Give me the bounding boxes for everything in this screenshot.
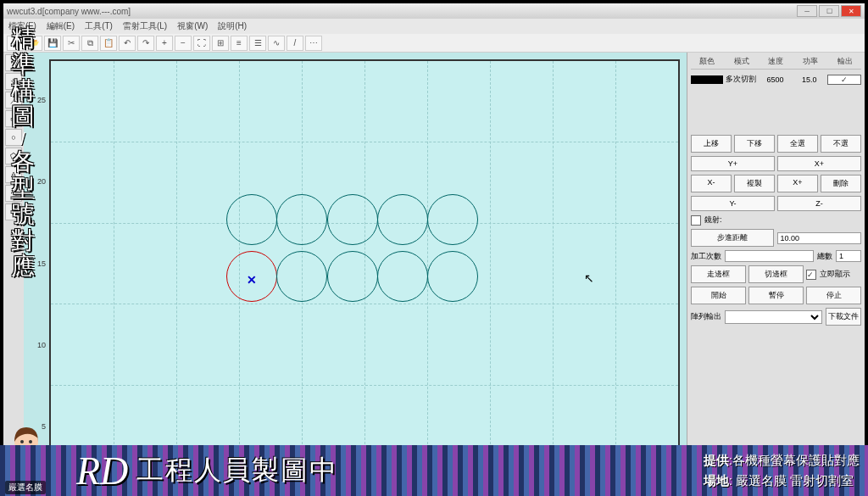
cursor-icon: ↖ [584,271,594,285]
menu-help[interactable]: 說明(H) [218,20,247,32]
undo-icon[interactable]: ↶ [119,36,136,51]
y-minus-button[interactable]: Y- [691,196,775,211]
color-swatch[interactable] [691,75,723,84]
zoom-out-icon[interactable]: − [175,36,192,51]
menubar: 檔案(F) 編輯(E) 工具(T) 雷射工具(L) 視窗(W) 說明(H) [3,19,865,34]
center-mark-icon: ✕ [247,273,257,287]
start-button[interactable]: 開始 [691,287,746,304]
download-button[interactable]: 下載文件 [826,308,861,326]
circle-shape[interactable] [226,194,277,245]
circle-shape[interactable] [427,251,478,302]
select-none-button[interactable]: 不選 [821,135,861,153]
count-label: 總數 [817,251,832,262]
move-up-button[interactable]: 上移 [691,135,732,153]
count-input[interactable] [836,250,861,262]
x-plus-button[interactable]: X+ [777,156,861,171]
mirror-checkbox[interactable] [691,215,701,226]
move-down-button[interactable]: 下移 [734,135,775,153]
instant-checkbox[interactable] [806,270,816,280]
menu-laser[interactable]: 雷射工具(L) [123,20,167,32]
rd-logo-text: RD [76,449,128,493]
main-caption: 工程人員製圖中 [136,452,338,489]
paste-icon[interactable]: 📋 [100,36,117,51]
delete-button[interactable]: 刪除 [821,175,861,192]
copy-icon[interactable]: ⧉ [81,36,98,51]
canvas-area[interactable]: 25 20 15 10 5 5 10 15 20 25 30 35 40 45 … [24,53,687,493]
circle-shape[interactable] [276,251,327,302]
circle-shape[interactable] [377,194,428,245]
copy-button[interactable]: 複製 [734,175,775,192]
svg-point-2 [29,440,32,443]
minimize-button[interactable]: ─ [797,5,817,17]
stop-button[interactable]: 停止 [806,287,861,304]
redo-icon[interactable]: ↷ [137,36,154,51]
align-left-icon[interactable]: ≡ [231,36,248,51]
cut-icon[interactable]: ✂ [63,36,80,51]
x-plus-button-2[interactable]: X+ [777,175,818,192]
more-icon[interactable]: ⋯ [305,36,322,51]
y-plus-button[interactable]: Y+ [691,156,775,171]
frame-walk-button[interactable]: 走邊框 [691,265,746,283]
zoom-fit-icon[interactable]: ⛶ [193,36,210,51]
circle-shape[interactable] [327,194,378,245]
processing-label: 加工次數 [691,251,721,262]
toolbar: ▢ 📂 💾 ✂ ⧉ 📋 ↶ ↷ + − ⛶ ⊞ ≡ ☰ ∿ / ⋯ [3,34,865,53]
titlebar: wwcut3.d[company www.---.com] ─ ☐ ✕ [3,3,865,19]
pause-button[interactable]: 暫停 [748,287,804,304]
z-minus-button[interactable]: Z- [777,196,861,211]
brand-logo: 嚴選名膜 [5,481,46,494]
close-button[interactable]: ✕ [841,5,861,17]
layer-table-header: 顏色模式 速度功率 輸出 [691,56,861,70]
frame-cut-button[interactable]: 切邊框 [748,265,804,283]
circle-shape[interactable] [427,194,478,245]
menu-tools[interactable]: 工具(T) [85,20,113,32]
window-title: wwcut3.d[company www.---.com] [7,7,131,16]
array-label: 陣列輸出 [691,311,721,322]
circle-shape[interactable] [276,194,327,245]
menu-edit[interactable]: 編輯(E) [47,20,75,32]
output-checkbox[interactable] [827,75,861,85]
select-all-button[interactable]: 全選 [777,135,818,153]
info-block: 提供:各機種螢幕保護貼對應 場地: 嚴選名膜 雷射切割室 [704,450,860,491]
grid-icon[interactable]: ⊞ [212,36,229,51]
properties-panel: 顏色模式 速度功率 輸出 多次切割 6500 15.0 上移 下移 全選 不選 … [687,53,865,493]
circle-shape[interactable] [377,251,428,302]
mirror-label: 鏡射: [704,215,722,226]
line-icon[interactable]: / [287,36,303,51]
save-icon[interactable]: 💾 [44,36,61,51]
bottom-banner: RD 工程人員製圖中 提供:各機種螢幕保護貼對應 場地: 嚴選名膜 雷射切割室 [0,445,868,496]
circle-shape[interactable] [327,251,378,302]
x-minus-button[interactable]: X- [691,175,732,192]
zoom-in-icon[interactable]: + [156,36,173,51]
svg-point-1 [20,440,24,443]
maximize-button[interactable]: ☐ [819,5,839,17]
array-select[interactable] [725,310,822,324]
overlay-left-caption: 精 準 構 圖 / 各 型 號 對 應 [5,25,41,280]
step-distance-button[interactable]: 步進距離 [691,229,774,247]
menu-window[interactable]: 視窗(W) [177,20,208,32]
curve-icon[interactable]: ∿ [268,36,285,51]
step-distance-input[interactable] [777,232,862,244]
drawing-canvas[interactable]: ✕ ↖ [49,59,680,467]
align-center-icon[interactable]: ☰ [249,36,266,51]
layer-row[interactable]: 多次切割 6500 15.0 [691,73,861,86]
processing-input[interactable] [725,250,814,262]
